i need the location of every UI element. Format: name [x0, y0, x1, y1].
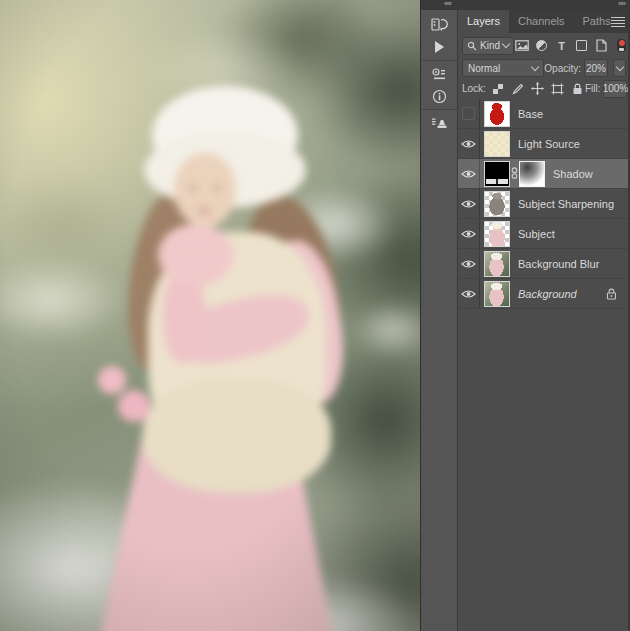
layer-name: Shadow	[553, 168, 593, 180]
layer-visibility-toggle[interactable]	[458, 219, 480, 248]
actions-panel-icon[interactable]	[421, 36, 458, 58]
layer-filter-row: Kind T	[458, 33, 630, 58]
layer-name: Light Source	[518, 138, 580, 150]
eye-icon	[461, 169, 476, 179]
photo-vignette	[0, 0, 420, 631]
layer-visibility-toggle[interactable]	[458, 99, 480, 128]
layer-row[interactable]: Background	[458, 279, 630, 309]
layer-visibility-toggle[interactable]	[458, 189, 480, 218]
chevron-down-icon	[615, 62, 623, 70]
dock-separator	[421, 60, 458, 61]
layer-visibility-toggle[interactable]	[458, 159, 480, 188]
eye-icon	[461, 289, 476, 299]
layer-name: Base	[518, 108, 543, 120]
layer-name: Subject	[518, 228, 555, 240]
layer-name: Background Blur	[518, 258, 599, 270]
search-icon	[467, 41, 477, 51]
right-dock-area: «« »»	[420, 0, 630, 631]
layer-name: Background	[518, 288, 577, 300]
lock-artboard-icon[interactable]	[551, 82, 565, 96]
tab-layers[interactable]: Layers	[458, 10, 509, 33]
chevron-down-icon	[531, 62, 539, 70]
blend-mode-value: Normal	[468, 63, 500, 74]
layer-row[interactable]: Light Source	[458, 129, 630, 159]
layer-thumbnail[interactable]	[484, 161, 510, 187]
layer-locked-badge	[606, 288, 617, 300]
blend-mode-dropdown[interactable]: Normal	[462, 59, 544, 77]
kind-filter-label: Kind	[480, 40, 500, 51]
layer-mask-thumbnail[interactable]	[519, 161, 545, 187]
layer-filter-toggle[interactable]	[617, 39, 626, 52]
fill-label: Fill:	[585, 83, 601, 94]
opacity-dropdown-button[interactable]	[613, 59, 626, 77]
tab-channels[interactable]: Channels	[509, 10, 573, 33]
properties-panel-icon[interactable]	[421, 63, 458, 85]
chain-link-icon	[511, 167, 518, 180]
lock-label: Lock:	[462, 83, 486, 94]
layer-row[interactable]: Subject Sharpening	[458, 189, 630, 219]
filter-icons: T	[514, 38, 626, 53]
dock-header-strip: «« »»	[421, 0, 630, 10]
collapse-panel-icon[interactable]: »»	[618, 0, 625, 8]
fill-value: 100%	[603, 83, 629, 94]
layer-thumbnail[interactable]	[484, 101, 510, 127]
info-panel-icon[interactable]	[421, 85, 458, 107]
hidden-eye-well	[462, 107, 475, 120]
layer-row[interactable]: Shadow	[458, 159, 630, 189]
layer-thumbnail[interactable]	[484, 131, 510, 157]
blend-mode-row: Normal Opacity: 20%	[458, 58, 630, 78]
layer-row[interactable]: Subject	[458, 219, 630, 249]
type-layer-filter-icon[interactable]: T	[554, 38, 569, 53]
lock-position-icon[interactable]	[531, 82, 545, 96]
eye-icon	[461, 139, 476, 149]
fill-value-field[interactable]: 100%	[603, 80, 627, 98]
adjustment-layer-filter-icon[interactable]	[534, 38, 549, 53]
clone-source-panel-icon[interactable]	[421, 112, 458, 134]
lock-transparency-icon[interactable]	[491, 82, 505, 96]
eye-icon	[461, 259, 476, 269]
lock-all-icon[interactable]	[571, 82, 585, 96]
panel-menu-icon[interactable]	[611, 17, 625, 27]
layer-thumbnail[interactable]	[484, 221, 510, 247]
layer-visibility-toggle[interactable]	[458, 249, 480, 278]
collapse-dock-icon[interactable]: ««	[444, 0, 451, 8]
lock-pixels-icon[interactable]	[511, 82, 525, 96]
photoshop-window: «« »»	[0, 0, 630, 631]
layers-panel: Layers Channels Paths Kind	[458, 10, 630, 631]
collapsed-panels-dock	[421, 10, 458, 631]
layer-lock-icon	[606, 288, 617, 300]
eye-icon	[461, 199, 476, 209]
shape-layer-filter-icon[interactable]	[574, 38, 589, 53]
lock-row: Lock:	[458, 78, 630, 99]
opacity-value-field[interactable]: 20%	[584, 59, 608, 77]
photo-canvas[interactable]	[0, 0, 420, 631]
layer-row[interactable]: Background Blur	[458, 249, 630, 279]
layer-thumbnail[interactable]	[484, 251, 510, 277]
layer-visibility-toggle[interactable]	[458, 129, 480, 158]
smart-object-filter-icon[interactable]	[594, 38, 609, 53]
eye-icon	[461, 229, 476, 239]
opacity-value: 20%	[586, 63, 606, 74]
panel-tab-bar: Layers Channels Paths	[458, 10, 630, 33]
kind-filter-dropdown[interactable]: Kind	[462, 37, 514, 55]
dock-separator	[421, 109, 458, 110]
pixel-layer-filter-icon[interactable]	[514, 38, 529, 53]
chevron-down-icon	[502, 40, 510, 48]
layer-row[interactable]: Base	[458, 99, 630, 129]
layer-visibility-toggle[interactable]	[458, 279, 480, 308]
layers-list: BaseLight SourceShadowSubject Sharpening…	[458, 99, 630, 309]
opacity-label: Opacity:	[544, 63, 581, 74]
history-panel-icon[interactable]	[421, 14, 458, 36]
layer-mask-link[interactable]	[510, 167, 519, 180]
layer-name: Subject Sharpening	[518, 198, 614, 210]
layer-thumbnail[interactable]	[484, 281, 510, 307]
layer-thumbnail[interactable]	[484, 191, 510, 217]
